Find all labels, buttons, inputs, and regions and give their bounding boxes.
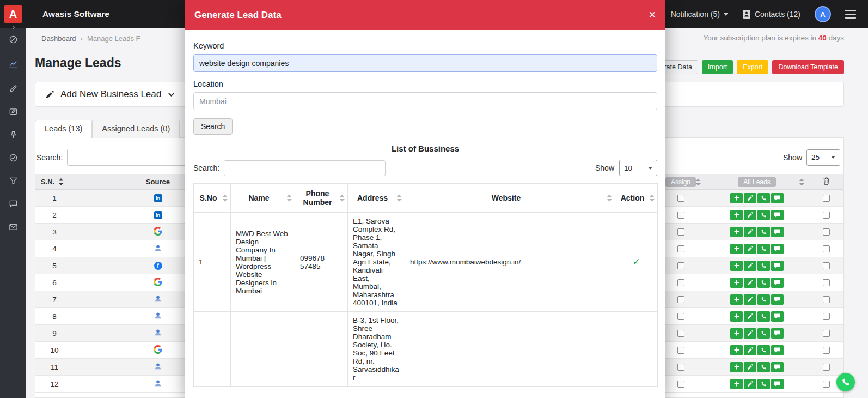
sn-column-header[interactable]: S.N. bbox=[35, 174, 74, 190]
edit-button[interactable] bbox=[744, 227, 756, 237]
location-input[interactable] bbox=[193, 92, 657, 110]
sort-icon[interactable] bbox=[339, 195, 345, 202]
avatar[interactable]: A bbox=[815, 6, 831, 22]
edit-button[interactable] bbox=[744, 210, 756, 220]
assign-checkbox[interactable] bbox=[677, 330, 684, 337]
notification-dropdown[interactable]: Notification (5) bbox=[671, 10, 728, 19]
sms-button[interactable] bbox=[771, 294, 784, 305]
delete-checkbox[interactable] bbox=[823, 381, 830, 388]
assign-checkbox[interactable] bbox=[677, 195, 684, 202]
sms-button[interactable] bbox=[771, 261, 784, 271]
sms-button[interactable] bbox=[771, 345, 784, 355]
add-button[interactable] bbox=[730, 227, 743, 237]
assign-checkbox[interactable] bbox=[677, 262, 684, 269]
contacts-button[interactable]: Contacts (12) bbox=[742, 10, 800, 19]
edit-button[interactable] bbox=[744, 294, 756, 305]
edit-button[interactable] bbox=[744, 362, 756, 372]
add-button[interactable] bbox=[730, 244, 743, 254]
add-button[interactable] bbox=[730, 193, 743, 203]
sort-icon[interactable] bbox=[649, 195, 655, 202]
call-button[interactable] bbox=[757, 278, 770, 288]
action-column-header[interactable]: Action bbox=[615, 184, 658, 213]
sms-button[interactable] bbox=[771, 210, 784, 220]
add-button[interactable] bbox=[730, 345, 743, 355]
sms-button[interactable] bbox=[771, 278, 784, 288]
check-icon[interactable]: ✓ bbox=[632, 257, 640, 267]
call-button[interactable] bbox=[757, 294, 770, 305]
analytics-icon[interactable] bbox=[0, 57, 26, 70]
add-button[interactable] bbox=[730, 294, 743, 305]
edit-button[interactable] bbox=[744, 311, 756, 322]
check-circle-icon[interactable] bbox=[0, 151, 26, 164]
add-button[interactable] bbox=[730, 328, 743, 339]
delete-checkbox[interactable] bbox=[823, 245, 830, 252]
page-size-select[interactable]: 25 bbox=[806, 149, 840, 166]
call-button[interactable] bbox=[757, 311, 770, 322]
import-button[interactable]: Import bbox=[702, 60, 733, 74]
keyword-input[interactable] bbox=[193, 54, 657, 72]
assign-checkbox[interactable] bbox=[677, 313, 684, 320]
call-button[interactable] bbox=[757, 193, 770, 203]
edit-button[interactable] bbox=[744, 345, 756, 355]
assign-checkbox[interactable] bbox=[677, 381, 684, 388]
edit-button[interactable] bbox=[744, 193, 756, 203]
delete-checkbox[interactable] bbox=[823, 313, 830, 320]
all-leads-column-header[interactable]: All Leads bbox=[705, 174, 809, 190]
address-column-header[interactable]: Address bbox=[348, 184, 405, 213]
edit-button[interactable] bbox=[744, 379, 756, 389]
trash-icon[interactable] bbox=[823, 177, 830, 185]
delete-checkbox[interactable] bbox=[823, 262, 830, 269]
website-column-header[interactable]: Website bbox=[405, 184, 615, 213]
assign-checkbox[interactable] bbox=[677, 347, 684, 354]
add-button[interactable] bbox=[730, 261, 743, 271]
slash-circle-icon[interactable] bbox=[0, 33, 26, 46]
modal-page-size-select[interactable]: 10 bbox=[619, 160, 657, 176]
breadcrumb-dashboard[interactable]: Dashboard bbox=[41, 34, 76, 43]
call-button[interactable] bbox=[757, 227, 770, 237]
delete-column-header[interactable] bbox=[809, 174, 843, 190]
filter-icon[interactable] bbox=[0, 174, 26, 187]
message-edit-icon[interactable] bbox=[0, 105, 26, 118]
sms-button[interactable] bbox=[771, 244, 784, 254]
call-button[interactable] bbox=[757, 244, 770, 254]
download-template-button[interactable]: Download Template bbox=[772, 60, 844, 74]
call-button[interactable] bbox=[757, 379, 770, 389]
add-button[interactable] bbox=[730, 311, 743, 322]
sno-column-header[interactable]: S.No bbox=[194, 184, 231, 213]
assign-checkbox[interactable] bbox=[677, 245, 684, 252]
pencil-icon[interactable] bbox=[0, 82, 26, 95]
sms-button[interactable] bbox=[771, 362, 784, 372]
edit-button[interactable] bbox=[744, 278, 756, 288]
sort-icon[interactable] bbox=[607, 195, 612, 202]
row-action[interactable] bbox=[615, 312, 658, 387]
delete-checkbox[interactable] bbox=[823, 228, 830, 236]
edit-button[interactable] bbox=[744, 261, 756, 271]
add-button[interactable] bbox=[730, 379, 743, 389]
delete-checkbox[interactable] bbox=[823, 279, 830, 286]
call-button[interactable] bbox=[757, 345, 770, 355]
chevron-right-icon[interactable] bbox=[0, 21, 26, 34]
call-button[interactable] bbox=[757, 362, 770, 372]
sort-icon[interactable] bbox=[222, 195, 228, 202]
mail-icon[interactable] bbox=[0, 220, 26, 233]
sort-icon[interactable] bbox=[286, 195, 292, 202]
sort-icon[interactable] bbox=[799, 178, 804, 185]
sms-button[interactable] bbox=[771, 227, 784, 237]
export-button[interactable]: Export bbox=[737, 60, 768, 74]
menu-icon[interactable] bbox=[845, 10, 856, 19]
add-button[interactable] bbox=[730, 278, 743, 288]
tab-leads[interactable]: Leads (13) bbox=[35, 120, 92, 138]
sort-icon[interactable] bbox=[58, 178, 64, 185]
row-action[interactable]: ✓ bbox=[615, 213, 658, 312]
delete-checkbox[interactable] bbox=[823, 212, 830, 219]
edit-button[interactable] bbox=[744, 328, 756, 339]
delete-checkbox[interactable] bbox=[823, 347, 830, 354]
assign-checkbox[interactable] bbox=[677, 228, 684, 236]
call-button[interactable] bbox=[757, 210, 770, 220]
modal-search-button[interactable]: Search bbox=[193, 118, 233, 135]
sort-icon[interactable] bbox=[396, 195, 402, 202]
chat-icon[interactable] bbox=[0, 197, 26, 210]
delete-checkbox[interactable] bbox=[823, 195, 830, 202]
sms-button[interactable] bbox=[771, 311, 784, 322]
whatsapp-button[interactable] bbox=[836, 373, 855, 391]
